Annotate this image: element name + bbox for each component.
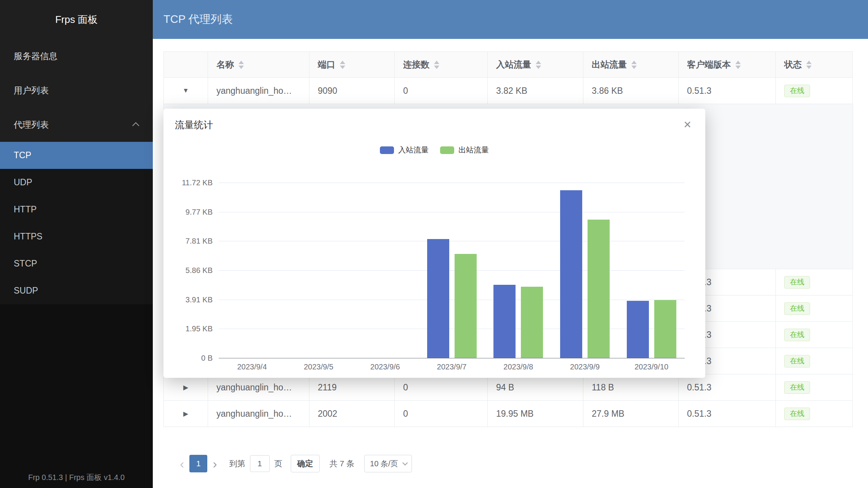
submenu-label: TCP (14, 150, 31, 161)
sort-asc-icon[interactable] (434, 61, 439, 64)
collapse-caret-icon[interactable]: ▼ (183, 87, 189, 95)
chart-category-slot (618, 183, 685, 358)
table-header-row: 名称 端口 连接数 入站流量 出站流量 客户端版本 (164, 52, 853, 78)
bar-inbound[interactable] (560, 190, 582, 358)
sort-asc-icon[interactable] (340, 61, 345, 64)
x-axis-line (219, 358, 685, 358)
expand-caret-icon[interactable]: ▶ (183, 384, 188, 392)
bar-inbound[interactable] (493, 285, 516, 358)
chart-category-slot (485, 183, 552, 358)
sidebar-item-tcp[interactable]: TCP (0, 142, 153, 169)
sidebar-item-label: 代理列表 (14, 119, 49, 131)
sort-desc-icon[interactable] (536, 66, 541, 69)
page-jump-input[interactable] (250, 455, 270, 472)
prev-page-icon[interactable]: ‹ (176, 455, 188, 472)
sort-carets-icon[interactable] (806, 61, 812, 69)
legend-item-outbound[interactable]: 出站流量 (440, 145, 489, 155)
bar-outbound[interactable] (654, 300, 676, 358)
sort-carets-icon[interactable] (735, 61, 741, 69)
bar-outbound[interactable] (455, 254, 477, 358)
cell-status: 在线 (776, 295, 853, 322)
x-axis-tick-label: 2023/9/5 (285, 363, 352, 371)
header-cell-port[interactable]: 端口 (309, 52, 395, 78)
cell-in: 19.95 MB (488, 401, 583, 427)
cell-port: 9090 (309, 78, 395, 104)
header-cell-name[interactable]: 名称 (208, 52, 309, 78)
page-number-button[interactable]: 1 (189, 455, 207, 472)
status-badge: 在线 (784, 276, 810, 289)
expand-cell[interactable]: ▼ (164, 78, 208, 104)
next-page-icon[interactable]: › (209, 455, 221, 472)
sidebar-item-http[interactable]: HTTP (0, 196, 153, 223)
bar-inbound[interactable] (427, 239, 449, 358)
traffic-stats-dialog: 流量统计 ✕ 入站流量 出站流量 11.72 KB9.77 KB7.81 KB5… (163, 109, 705, 378)
cell-out: 27.9 MB (583, 401, 679, 427)
x-axis-labels: 2023/9/42023/9/52023/9/62023/9/72023/9/8… (219, 363, 685, 371)
status-badge: 在线 (784, 302, 810, 315)
cell-status: 在线 (776, 348, 853, 374)
sidebar-item-proxy-list[interactable]: 代理列表 (0, 108, 153, 142)
expand-cell[interactable]: ▶ (164, 374, 208, 401)
sidebar-item-stcp[interactable]: STCP (0, 250, 153, 277)
cell-version: 0.51.3 (679, 401, 776, 427)
sidebar-item-udp[interactable]: UDP (0, 169, 153, 196)
cell-version: 0.51.3 (679, 374, 776, 401)
cell-status: 在线 (776, 322, 853, 348)
chevron-up-icon (132, 122, 139, 129)
sort-carets-icon[interactable] (239, 61, 244, 69)
legend-swatch-inbound-icon (380, 146, 394, 154)
sort-carets-icon[interactable] (631, 61, 637, 69)
header-cell-expand (164, 52, 208, 78)
sort-desc-icon[interactable] (735, 66, 741, 69)
bar-outbound[interactable] (588, 220, 610, 358)
cell-port: 2119 (309, 374, 395, 401)
column-label: 名称 (216, 59, 234, 71)
cell-status: 在线 (776, 401, 853, 427)
x-axis-tick-label: 2023/9/10 (618, 363, 685, 371)
sort-asc-icon[interactable] (536, 61, 541, 64)
submenu-label: UDP (14, 177, 32, 188)
expand-cell[interactable]: ▶ (164, 401, 208, 427)
header-cell-traffic-out[interactable]: 出站流量 (583, 52, 679, 78)
header-cell-traffic-in[interactable]: 入站流量 (488, 52, 583, 78)
close-icon[interactable]: ✕ (681, 117, 694, 133)
sort-carets-icon[interactable] (536, 61, 541, 69)
cell-out: 118 B (583, 374, 679, 401)
cell-status: 在线 (776, 269, 853, 295)
column-label: 状态 (784, 59, 802, 71)
header-cell-client-version[interactable]: 客户端版本 (679, 52, 776, 78)
dialog-title: 流量统计 (175, 119, 213, 131)
header-cell-status[interactable]: 状态 (776, 52, 853, 78)
sort-desc-icon[interactable] (434, 66, 439, 69)
confirm-button[interactable]: 确定 (291, 455, 320, 472)
sort-desc-icon[interactable] (806, 66, 812, 69)
dialog-header: 流量统计 ✕ (163, 109, 705, 141)
bar-outbound[interactable] (521, 287, 543, 358)
sort-desc-icon[interactable] (631, 66, 637, 69)
sort-asc-icon[interactable] (735, 61, 741, 64)
sort-carets-icon[interactable] (340, 61, 345, 69)
legend-swatch-outbound-icon (440, 146, 454, 154)
sort-asc-icon[interactable] (806, 61, 812, 64)
sidebar-item-user-list[interactable]: 用户列表 (0, 73, 153, 108)
sidebar-item-server-info[interactable]: 服务器信息 (0, 39, 153, 73)
sidebar-item-sudp[interactable]: SUDP (0, 277, 153, 304)
chart-category-slot (285, 183, 352, 358)
app-title: Frps 面板 (0, 0, 153, 39)
sort-desc-icon[interactable] (340, 66, 345, 69)
cell-status: 在线 (776, 374, 853, 401)
sidebar-item-https[interactable]: HTTPS (0, 223, 153, 250)
sort-desc-icon[interactable] (239, 66, 244, 69)
bar-inbound[interactable] (627, 301, 649, 358)
sort-asc-icon[interactable] (631, 61, 637, 64)
y-axis-tick-label: 0 B (201, 354, 213, 363)
sort-asc-icon[interactable] (239, 61, 244, 64)
page-size-select[interactable]: 10 条/页 (364, 455, 412, 472)
status-badge: 在线 (784, 329, 810, 341)
sort-carets-icon[interactable] (434, 61, 439, 69)
expand-caret-icon[interactable]: ▶ (183, 410, 188, 418)
header-cell-connections[interactable]: 连接数 (395, 52, 488, 78)
legend-item-inbound[interactable]: 入站流量 (380, 145, 429, 155)
sidebar: Frps 面板 服务器信息 用户列表 代理列表 TCP UDP HTTP HTT… (0, 0, 153, 488)
cell-conns: 0 (395, 374, 488, 401)
